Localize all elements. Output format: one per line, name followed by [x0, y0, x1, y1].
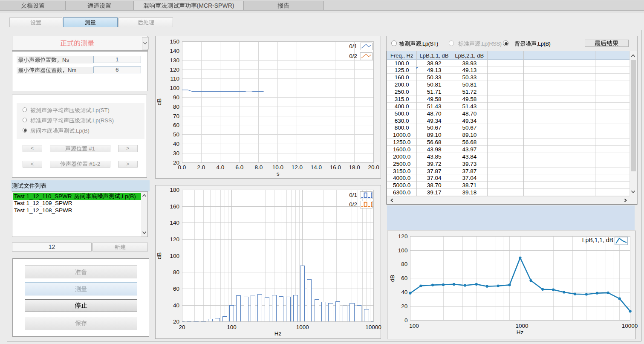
svg-text:0/2: 0/2 [349, 53, 357, 59]
svg-text:dB: dB [156, 252, 162, 259]
svg-text:dB: dB [156, 98, 162, 105]
svg-text:40: 40 [173, 302, 179, 308]
svg-text:40: 40 [173, 141, 179, 147]
svg-text:8.0: 8.0 [254, 164, 263, 171]
svg-text:100: 100 [398, 247, 408, 254]
svg-text:50: 50 [173, 131, 179, 138]
svg-text:18.0: 18.0 [349, 164, 360, 171]
svg-text:4.0: 4.0 [216, 164, 224, 171]
svg-text:14.0: 14.0 [310, 164, 321, 171]
svg-text:140: 140 [170, 47, 179, 54]
svg-text:70: 70 [173, 113, 179, 119]
svg-text:1000: 1000 [296, 324, 309, 330]
svg-text:100: 100 [170, 85, 179, 91]
svg-text:0: 0 [404, 317, 408, 324]
svg-text:dB: dB [389, 275, 396, 282]
svg-text:2.0: 2.0 [197, 164, 205, 171]
svg-text:180: 180 [170, 186, 180, 193]
svg-text:0.0: 0.0 [178, 164, 186, 171]
svg-text:140: 140 [170, 220, 180, 226]
svg-text:100: 100 [409, 323, 419, 329]
svg-text:10.0: 10.0 [272, 164, 283, 171]
svg-text:16.0: 16.0 [329, 164, 341, 171]
svg-text:12.0: 12.0 [291, 164, 302, 171]
svg-text:s: s [276, 171, 279, 177]
svg-text:30: 30 [173, 150, 179, 156]
svg-text:Hz: Hz [517, 329, 524, 335]
svg-text:20.0: 20.0 [368, 164, 379, 171]
svg-text:60: 60 [173, 122, 179, 128]
svg-text:150: 150 [170, 38, 179, 45]
svg-text:80: 80 [401, 261, 407, 267]
svg-text:10000: 10000 [365, 324, 381, 330]
svg-text:0/1: 0/1 [349, 43, 357, 49]
svg-text:80: 80 [173, 103, 179, 110]
svg-text:110: 110 [170, 75, 179, 82]
svg-text:LpB,1,1, dB: LpB,1,1, dB [582, 237, 613, 243]
svg-text:90: 90 [173, 94, 179, 101]
svg-text:120: 120 [170, 66, 179, 72]
svg-text:130: 130 [170, 57, 179, 63]
svg-text:160: 160 [170, 203, 180, 209]
svg-text:Hz: Hz [274, 330, 282, 336]
svg-text:60: 60 [401, 275, 407, 281]
svg-text:6.0: 6.0 [235, 164, 243, 171]
svg-text:10000: 10000 [622, 323, 638, 329]
svg-text:100: 100 [227, 324, 237, 330]
svg-text:0/1: 0/1 [349, 192, 357, 198]
svg-text:120: 120 [398, 233, 408, 240]
svg-text:0/2: 0/2 [349, 201, 357, 208]
svg-text:20: 20 [401, 303, 407, 309]
svg-text:40: 40 [401, 289, 407, 295]
svg-text:1000: 1000 [515, 323, 528, 329]
svg-text:60: 60 [173, 286, 179, 292]
svg-text:80: 80 [173, 269, 179, 275]
svg-text:20: 20 [179, 324, 185, 330]
svg-text:100: 100 [170, 252, 180, 259]
svg-text:120: 120 [170, 236, 180, 242]
